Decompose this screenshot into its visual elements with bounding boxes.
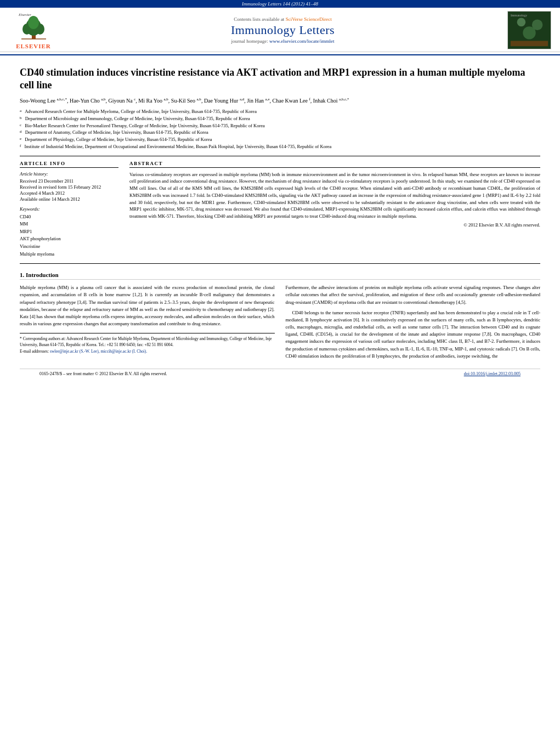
- elsevier-tree-icon: Elsevier: [16, 12, 52, 42]
- affiliation-f: f Institute of Industrial Medicine, Depa…: [20, 143, 540, 150]
- journal-title: Immunology Letters: [58, 23, 507, 37]
- journal-bar: Immunology Letters 144 (2012) 41–48: [0, 0, 560, 8]
- footer-doi[interactable]: doi:10.1016/j.imlet.2012.03.005: [464, 371, 521, 376]
- affiliation-f-text: Institute of Industrial Medicine, Depart…: [24, 143, 331, 150]
- content-area: CD40 stimulation induces vincristine res…: [0, 55, 560, 383]
- intro-right-p1: Furthermore, the adhesive interactions o…: [286, 284, 541, 306]
- thumbnail-image: Immunology: [508, 11, 551, 49]
- homepage-url[interactable]: www.elsevier.com/locate/immlet: [269, 38, 334, 44]
- keywords-label: Keywords:: [20, 206, 118, 212]
- email-addresses: swlee@inje.ac.kr (S.-W. Lee), miccih@inj…: [50, 349, 147, 354]
- divider-1: [20, 156, 540, 156]
- affiliations: a Advanced Research Center for Multiple …: [20, 108, 540, 150]
- email-label: E-mail addresses:: [20, 349, 49, 354]
- copyright-line: © 2012 Elsevier B.V. All rights reserved…: [129, 222, 540, 228]
- intro-left-p1: Multiple myeloma (MM) is a plasma cell c…: [20, 284, 275, 327]
- svg-point-4: [28, 16, 39, 29]
- sciverse-link[interactable]: SciVerse ScienceDirect: [286, 16, 332, 22]
- elsevier-logo: Elsevier ELSEVIER: [9, 12, 58, 49]
- introduction-section: 1. Introduction Multiple myeloma (MM) is…: [20, 271, 540, 363]
- divider-2: [20, 263, 540, 264]
- footnote-corresponding: * Corresponding authors at: Advanced Res…: [20, 336, 275, 348]
- intro-number: 1.: [20, 271, 24, 278]
- affiliation-a-text: Advanced Research Center for Multiple My…: [25, 108, 257, 115]
- footnote-area: * Corresponding authors at: Advanced Res…: [20, 333, 275, 354]
- intro-left-text: Multiple myeloma (MM) is a plasma cell c…: [20, 284, 275, 327]
- intro-right-text: Furthermore, the adhesive interactions o…: [286, 284, 541, 360]
- journal-title-center: Contents lists available at SciVerse Sci…: [58, 16, 507, 44]
- online-date: Available online 14 March 2012: [20, 196, 118, 202]
- article-history-label: Article history:: [20, 171, 118, 177]
- svg-text:Immunology: Immunology: [511, 14, 527, 17]
- footer-issn: 0165-2478/$ – see front matter © 2012 El…: [39, 371, 167, 376]
- affiliation-c: c Bio-Marker Research Center for Persona…: [20, 122, 540, 129]
- affiliation-b: b Department of Microbiology and Immunol…: [20, 115, 540, 122]
- svg-text:Elsevier: Elsevier: [18, 13, 31, 17]
- page: Immunology Letters 144 (2012) 41–48 Else…: [0, 0, 560, 741]
- contents-text: Contents lists available at: [234, 16, 284, 22]
- footnote-email: E-mail addresses: swlee@inje.ac.kr (S.-W…: [20, 348, 275, 354]
- article-info-header: ARTICLE INFO: [20, 161, 118, 168]
- abstract-col: ABSTRACT Various co-stimulatory receptor…: [129, 161, 540, 258]
- affiliation-b-text: Department of Microbiology and Immunolog…: [25, 115, 250, 122]
- intro-right-p2: CD40 belongs to the tumor necrosis facto…: [286, 309, 541, 360]
- affiliation-d-text: Department of Anatomy, College of Medici…: [25, 129, 208, 136]
- body-two-col: Multiple myeloma (MM) is a plasma cell c…: [20, 284, 540, 363]
- affiliation-d: d Department of Anatomy, College of Medi…: [20, 129, 540, 136]
- elsevier-brand-text: ELSEVIER: [16, 43, 51, 49]
- svg-point-10: [523, 26, 535, 39]
- journal-bar-text: Immunology Letters 144 (2012) 41–48: [242, 1, 318, 7]
- journal-thumbnail: Immunology: [507, 11, 551, 49]
- keyword-vincristine: Vincristine: [20, 243, 118, 251]
- intro-heading: Introduction: [26, 271, 59, 278]
- journal-header: Immunology Letters 144 (2012) 41–48 Else…: [0, 0, 560, 55]
- journal-homepage: journal homepage: www.elsevier.com/locat…: [58, 38, 507, 44]
- journal-banner: Elsevier ELSEVIER Contents lists availab…: [0, 8, 560, 52]
- article-title: CD40 stimulation induces vincristine res…: [20, 66, 540, 92]
- authors-line: Soo-Woong Lee a,b,c,*, Hae-Yun Cho a,b, …: [20, 97, 540, 105]
- received-date: Received 23 December 2011: [20, 178, 118, 184]
- accepted-date: Accepted 4 March 2012: [20, 190, 118, 196]
- article-info-col: ARTICLE INFO Article history: Received 2…: [20, 161, 118, 258]
- abstract-header: ABSTRACT: [129, 161, 540, 168]
- body-right-col: Furthermore, the adhesive interactions o…: [286, 284, 541, 363]
- affiliation-e-text: Department of Physiology, College of Med…: [25, 136, 212, 143]
- introduction-title: 1. Introduction: [20, 271, 540, 280]
- page-footer: 0165-2478/$ – see front matter © 2012 El…: [20, 369, 540, 376]
- svg-rect-11: [511, 41, 548, 47]
- affiliation-e: e Department of Physiology, College of M…: [20, 136, 540, 143]
- info-abstract-section: ARTICLE INFO Article history: Received 2…: [20, 161, 540, 258]
- authors-text: Soo-Woong Lee a,b,c,*, Hae-Yun Cho a,b, …: [20, 98, 349, 104]
- homepage-label: journal homepage:: [231, 38, 268, 44]
- keyword-myeloma: Multiple myeloma: [20, 251, 118, 258]
- keyword-cd40: CD40: [20, 213, 118, 221]
- svg-point-8: [517, 18, 526, 27]
- affiliation-a: a Advanced Research Center for Multiple …: [20, 108, 540, 115]
- abstract-text: Various co-stimulatory receptors are exp…: [129, 171, 540, 220]
- body-left-col: Multiple myeloma (MM) is a plasma cell c…: [20, 284, 275, 363]
- keyword-mm: MM: [20, 220, 118, 228]
- keyword-mrp1: MRP1: [20, 228, 118, 236]
- affiliation-c-text: Bio-Marker Research Center for Personali…: [25, 122, 265, 129]
- keyword-akt: AKT phosphorylation: [20, 235, 118, 243]
- contents-line: Contents lists available at SciVerse Sci…: [58, 16, 507, 22]
- revised-date: Received in revised form 15 February 201…: [20, 184, 118, 190]
